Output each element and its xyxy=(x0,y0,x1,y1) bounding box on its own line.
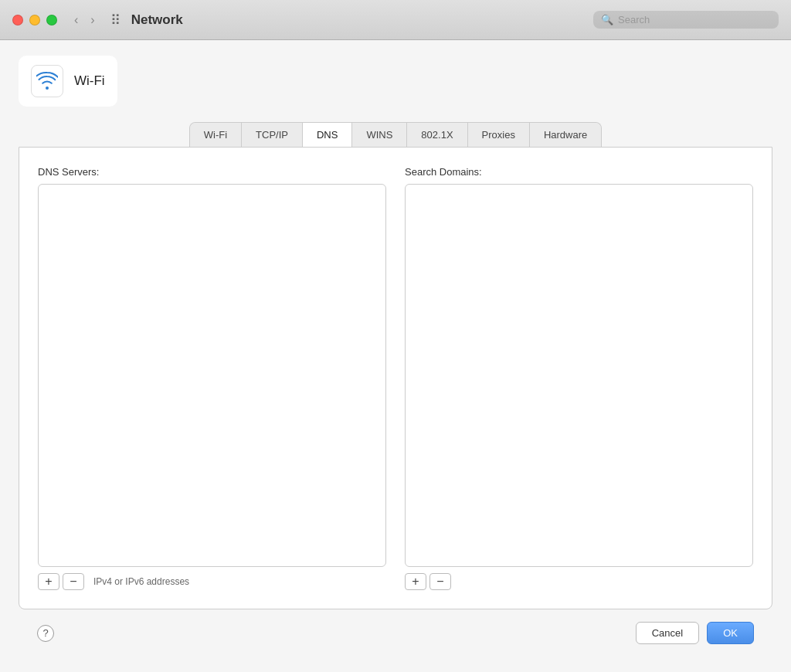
dns-section: DNS Servers: + − IPv4 or IPv6 addresses xyxy=(38,166,386,590)
traffic-lights xyxy=(12,15,57,25)
nav-buttons: ‹ › xyxy=(70,12,100,29)
tab-8021x[interactable]: 802.1X xyxy=(407,123,467,147)
panel-inner: DNS Servers: + − IPv4 or IPv6 addresses … xyxy=(38,166,753,590)
tab-dns[interactable]: DNS xyxy=(303,123,352,147)
tab-bar: Wi-Fi TCP/IP DNS WINS 802.1X Proxies Har… xyxy=(19,122,772,147)
titlebar: ‹ › ⠿ Network 🔍 xyxy=(0,0,791,40)
close-button[interactable] xyxy=(12,15,23,25)
wifi-header: Wi-Fi xyxy=(19,56,117,107)
wifi-icon-container xyxy=(31,65,63,97)
domains-section: Search Domains: + − xyxy=(405,166,753,590)
dns-remove-button[interactable]: − xyxy=(63,573,84,590)
dns-hint: IPv4 or IPv6 addresses xyxy=(93,576,189,587)
tab-wins[interactable]: WINS xyxy=(352,123,407,147)
search-bar[interactable]: 🔍 xyxy=(593,11,779,29)
tab-tcpip[interactable]: TCP/IP xyxy=(242,123,303,147)
back-button[interactable]: ‹ xyxy=(70,12,83,29)
dns-panel: DNS Servers: + − IPv4 or IPv6 addresses … xyxy=(19,147,772,609)
wifi-icon xyxy=(36,70,58,92)
action-buttons: Cancel OK xyxy=(636,622,754,644)
dns-servers-label: DNS Servers: xyxy=(38,166,386,178)
search-input[interactable] xyxy=(618,14,771,25)
window-title: Network xyxy=(131,12,183,28)
grid-button[interactable]: ⠿ xyxy=(106,10,125,30)
forward-button[interactable]: › xyxy=(86,12,99,29)
wifi-label: Wi-Fi xyxy=(74,73,105,89)
ok-button[interactable]: OK xyxy=(707,622,754,644)
minimize-button[interactable] xyxy=(29,15,40,25)
dns-list-controls: + − IPv4 or IPv6 addresses xyxy=(38,573,386,590)
tab-proxies[interactable]: Proxies xyxy=(468,123,530,147)
search-icon: 🔍 xyxy=(601,14,613,25)
domains-remove-button[interactable]: − xyxy=(429,573,451,590)
search-domains-list[interactable] xyxy=(405,184,753,567)
domains-add-button[interactable]: + xyxy=(405,573,426,590)
dns-add-button[interactable]: + xyxy=(38,573,59,590)
help-button[interactable]: ? xyxy=(37,625,54,642)
domains-list-controls: + − xyxy=(405,573,753,590)
cancel-button[interactable]: Cancel xyxy=(636,622,699,644)
bottom-bar: ? Cancel OK xyxy=(19,609,772,657)
zoom-button[interactable] xyxy=(46,15,57,25)
tab-hardware[interactable]: Hardware xyxy=(530,123,601,147)
tab-wifi[interactable]: Wi-Fi xyxy=(190,123,242,147)
main-content: Wi-Fi Wi-Fi TCP/IP DNS WINS 802.1X Proxi… xyxy=(0,40,791,672)
dns-servers-list[interactable] xyxy=(38,184,386,567)
tab-container: Wi-Fi TCP/IP DNS WINS 802.1X Proxies Har… xyxy=(189,122,603,147)
search-domains-label: Search Domains: xyxy=(405,166,753,178)
